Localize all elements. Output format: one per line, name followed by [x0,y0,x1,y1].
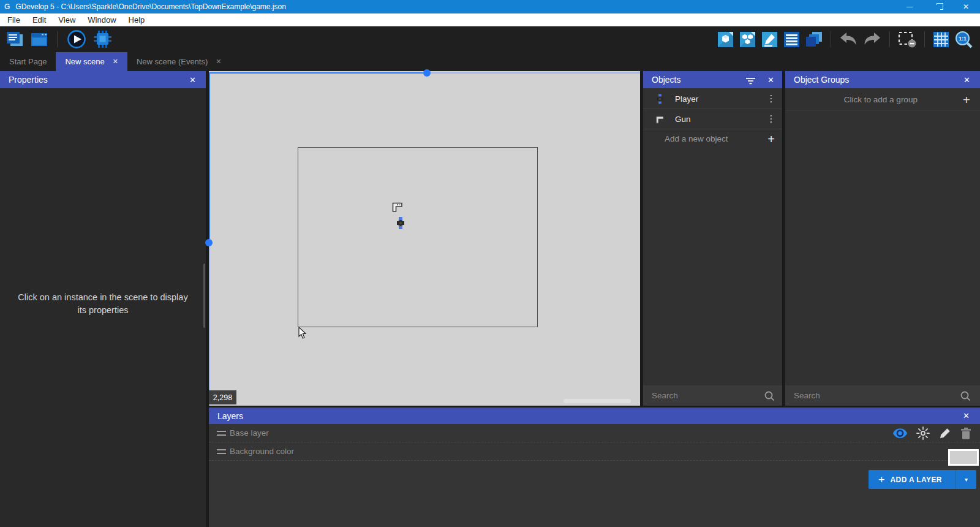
resize-handle-left[interactable] [205,239,213,246]
drag-handle-icon[interactable] [217,431,226,436]
project-manager-icon[interactable] [6,31,24,47]
tab-close-icon[interactable]: ✕ [113,58,118,66]
debugger-icon[interactable] [93,31,111,48]
object-groups-close-icon[interactable]: ✕ [963,71,970,88]
close-button[interactable]: ✕ [952,0,980,13]
drag-handle-icon[interactable] [217,449,226,454]
window-border-top [209,72,423,74]
mouse-cursor-icon [298,327,307,342]
selection-rectangle [298,147,538,327]
gun-instance[interactable] [392,201,402,214]
zoom-1-1-icon[interactable]: 1:1 [955,31,973,48]
object-groups-header: Object Groups ✕ [785,71,980,88]
object-menu-icon[interactable]: ⋮ [766,113,776,124]
preview-play-icon[interactable] [67,29,86,49]
player-instance[interactable] [396,217,405,232]
minimize-button[interactable] [895,0,924,13]
restore-button[interactable] [924,0,952,13]
objects-editor-icon[interactable] [717,31,734,48]
gun-thumbnail-icon [648,115,671,124]
toolbar-separator [57,31,58,47]
start-page-window-icon[interactable] [31,32,48,47]
instances-list-icon[interactable] [783,31,800,48]
layer-effects-icon[interactable] [916,427,930,440]
layers-editor-icon[interactable] [805,31,823,48]
scene-canvas[interactable]: 2,298 [209,71,640,406]
toolbar-separator [831,31,831,47]
player-thumbnail-icon [648,94,671,104]
gdevelop-logo-icon: G [4,2,10,11]
menu-view[interactable]: View [52,13,81,26]
background-color-swatch[interactable] [948,449,979,466]
plus-icon: + [878,474,885,485]
tab-close-icon[interactable]: ✕ [216,58,221,66]
menu-window[interactable]: Window [81,13,122,26]
add-layer-button[interactable]: + ADD A LAYER ▾ [869,470,976,489]
layer-visibility-eye-icon[interactable] [893,428,907,438]
svg-text:1:1: 1:1 [959,35,967,41]
object-name: Player [671,94,766,104]
menu-help[interactable]: Help [123,13,151,26]
objects-close-icon[interactable]: ✕ [767,71,774,88]
tab-label: New scene (Events) [137,57,208,66]
object-row-player[interactable]: Player ⋮ [643,89,782,109]
object-name: Gun [671,115,766,124]
properties-close-icon[interactable]: ✕ [189,71,196,88]
layer-name: Base layer [230,428,269,438]
layer-edit-pencil-icon[interactable] [939,427,951,439]
tab-new-scene[interactable]: New scene ✕ [56,52,127,71]
tab-start-page[interactable]: Start Page [0,52,56,71]
object-menu-icon[interactable]: ⋮ [766,93,776,104]
menu-file[interactable]: File [1,13,26,26]
properties-header: Properties ✕ [0,71,206,88]
canvas-horizontal-scrollbar[interactable] [564,399,631,403]
object-row-gun[interactable]: Gun ⋮ [643,109,782,129]
add-group-row[interactable]: Click to add a group + [785,89,980,111]
grid-icon[interactable] [933,31,949,48]
layer-row-background-color[interactable]: Background color [209,442,980,461]
properties-panel: Properties ✕ Click on an instance in the… [0,71,206,527]
filter-icon[interactable] [746,77,755,86]
properties-scrollbar[interactable] [203,264,205,328]
toolbar-separator [924,31,925,47]
groups-search-input[interactable] [785,391,960,400]
plus-icon: + [963,93,970,106]
properties-title: Properties [9,75,48,85]
add-layer-dropdown-caret-icon[interactable]: ▾ [956,470,976,489]
tabbar: Start Page New scene ✕ New scene (Events… [0,52,980,71]
search-icon [764,390,775,401]
layer-name: Background color [230,447,294,456]
tab-new-scene-events[interactable]: New scene (Events) ✕ [127,52,231,71]
layer-delete-trash-icon[interactable] [960,427,971,439]
tab-label: Start Page [9,57,47,66]
objects-title: Objects [652,75,680,85]
plus-icon: + [767,133,775,145]
objects-panel: Objects ✕ Player ⋮ Gun ⋮ Add a new objec… [643,71,782,406]
add-layer-label: ADD A LAYER [891,476,942,484]
restore-icon [935,5,940,10]
objects-search-input[interactable] [643,391,764,400]
redo-icon[interactable] [863,32,881,46]
gdevelop-window: G GDevelop 5 - C:\Users\Sparkle\OneDrive… [0,0,980,527]
minimize-icon [907,7,913,7]
layer-row-base[interactable]: Base layer [209,424,980,442]
objects-search-bar [643,385,782,406]
properties-editor-icon[interactable] [761,31,778,48]
menu-edit[interactable]: Edit [26,13,52,26]
objects-header: Objects ✕ [643,71,782,88]
object-groups-title: Object Groups [794,75,849,85]
groups-search-bar [785,385,980,406]
resize-handle-top[interactable] [423,69,431,77]
toolbar-separator [889,31,890,47]
undo-icon[interactable] [839,32,858,46]
layers-title: Layers [217,411,243,421]
object-groups-editor-icon[interactable] [739,31,756,48]
window-title: GDevelop 5 - C:\Users\Sparkle\OneDrive\D… [15,2,286,11]
layers-close-icon[interactable]: ✕ [963,408,970,424]
add-object-row[interactable]: Add a new object + [643,129,782,148]
deselect-instances-icon[interactable] [898,31,916,48]
layers-header: Layers ✕ [209,408,980,424]
add-object-label: Add a new object [643,134,767,143]
menubar: File Edit View Window Help [0,13,980,26]
search-icon [960,390,971,401]
